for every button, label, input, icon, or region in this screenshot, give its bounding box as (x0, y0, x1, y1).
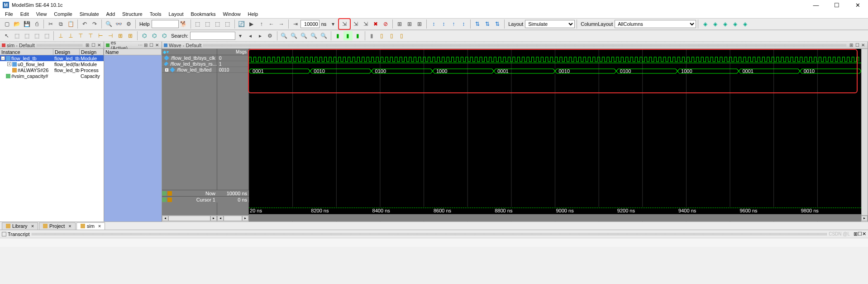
menu-structure[interactable]: Structure (119, 10, 146, 18)
cursor-d-icon[interactable]: ↕ (459, 19, 468, 29)
wave-panel-header[interactable]: Wave - Default ⊞ ☐ ✕ (162, 42, 868, 49)
branch-a-icon[interactable]: ⌬ (140, 31, 149, 40)
sig-scroll-track[interactable] (168, 216, 210, 221)
panel-close-icon[interactable]: ✕ (154, 43, 160, 48)
col-design-unit[interactable]: Design unit (53, 49, 80, 55)
run-icon[interactable]: ▶ (247, 19, 256, 29)
tab-sim[interactable]: sim× (76, 222, 105, 230)
save-icon[interactable]: 💾 (22, 19, 31, 29)
tool-a-icon[interactable]: ⬚ (193, 19, 202, 29)
copy-icon[interactable]: ⧉ (56, 19, 65, 29)
link-d-icon[interactable]: ◈ (730, 19, 739, 29)
tool-b-icon[interactable]: ⬚ (203, 19, 212, 29)
expand-icon[interactable]: - (1, 56, 5, 60)
select-b-icon[interactable]: ⬚ (22, 31, 31, 40)
search-opt-icon[interactable]: ⚙ (266, 31, 275, 40)
menu-help[interactable]: Help (245, 10, 262, 18)
stop-icon[interactable]: ⊘ (381, 19, 390, 29)
panel-max-icon[interactable]: ☐ (149, 43, 154, 48)
bar-c-icon[interactable]: ▮ (353, 31, 362, 40)
expand-g-icon[interactable]: ⊞ (116, 31, 125, 40)
expand-c-icon[interactable]: ⊤ (76, 31, 85, 40)
maximize-button[interactable]: ☐ (826, 0, 847, 10)
zoom-in-icon[interactable]: 🔍 (280, 31, 289, 40)
binoculars-icon[interactable]: 👓 (114, 19, 123, 29)
restart-icon[interactable]: 🔄 (237, 19, 246, 29)
tab-project[interactable]: Project× (39, 222, 76, 230)
help-go-icon[interactable]: 🐕 (179, 19, 188, 29)
bar-a-icon[interactable]: ▮ (334, 31, 343, 40)
undo-icon[interactable]: ↶ (80, 19, 89, 29)
search-prev-icon[interactable]: ◂ (246, 31, 255, 40)
link-a-icon[interactable]: ◈ (701, 19, 710, 29)
expand-b-icon[interactable]: ⊥ (66, 31, 75, 40)
val-scroll-track[interactable] (224, 216, 242, 221)
panel-tool-icon[interactable]: ⊞ (143, 43, 148, 48)
tab-close-icon[interactable]: × (98, 223, 101, 229)
expand-f-icon[interactable]: ⊣ (106, 31, 115, 40)
menu-window[interactable]: Window (219, 10, 243, 18)
cursor-e-icon[interactable]: ⇅ (473, 19, 482, 29)
zoom-fit-icon[interactable]: 🔍 (310, 31, 319, 40)
nav-right-icon[interactable]: → (277, 19, 286, 29)
menu-add[interactable]: Add (103, 10, 119, 18)
run-length-input[interactable] (300, 20, 320, 28)
select-d-icon[interactable]: ⬚ (42, 31, 51, 40)
zoom-out-icon[interactable]: 🔍 (290, 31, 299, 40)
tree-row[interactable]: +u0_flow_ledflow_led(fast)Module (0, 61, 104, 67)
panel-close-icon[interactable]: ✕ (860, 43, 866, 48)
expand-d-icon[interactable]: ⊤ (86, 31, 95, 40)
expand-icon[interactable]: + (165, 68, 169, 72)
scroll-left-icon[interactable]: ◂ (217, 216, 224, 221)
settings-icon[interactable]: ⚙ (124, 19, 133, 29)
help-input[interactable] (152, 20, 179, 28)
continue-icon[interactable]: ⇲ (361, 19, 370, 29)
signal-row[interactable]: /flow_led_tb/sys_clk (162, 55, 217, 61)
column-layout-select[interactable]: AllColumns (615, 20, 696, 28)
bar-g-icon[interactable]: ▯ (397, 31, 406, 40)
tab-library[interactable]: Library× (2, 222, 38, 230)
zoom-full-icon[interactable]: 🔍 (300, 31, 309, 40)
menu-file[interactable]: File (2, 10, 16, 18)
search-next-icon[interactable]: ▸ (256, 31, 265, 40)
scroll-right-icon[interactable]: ▸ (242, 216, 248, 221)
menu-layout[interactable]: Layout (165, 10, 186, 18)
sim-tree[interactable]: -flow_led_tbflow_led_tb...Module+u0_flow… (0, 55, 104, 221)
now-icon-b[interactable] (167, 191, 172, 196)
select-c-icon[interactable]: ⬚ (32, 31, 41, 40)
now-icon-a[interactable] (162, 191, 167, 196)
panel-max-icon[interactable]: ☐ (858, 231, 862, 237)
search-input[interactable] (190, 32, 235, 40)
menu-simulate[interactable]: Simulate (76, 10, 102, 18)
branch-c-icon[interactable]: ⌬ (160, 31, 169, 40)
col-type[interactable]: Design unit (80, 49, 104, 55)
break-icon[interactable]: ✖ (371, 19, 380, 29)
wave-vscroll[interactable] (861, 49, 868, 215)
expand-h-icon[interactable]: ⊞ (126, 31, 135, 40)
panel-tool-icon[interactable]: ⊞ (85, 43, 90, 48)
tab-close-icon[interactable]: × (31, 223, 34, 229)
menu-tools[interactable]: Tools (147, 10, 165, 18)
minimize-button[interactable]: — (806, 0, 826, 10)
panel-tool-icon[interactable]: ⊞ (854, 231, 858, 237)
new-icon[interactable]: ▢ (2, 19, 11, 29)
panel-tool-icon[interactable]: ⊞ (849, 43, 854, 48)
tree-row[interactable]: #ALWAYS#26flow_led_tb...Process (0, 67, 104, 73)
col-name[interactable]: Name (104, 49, 162, 55)
cursor-g-icon[interactable]: ⇅ (493, 19, 502, 29)
step-icon[interactable]: ⇥ (291, 19, 300, 29)
branch-b-icon[interactable]: ⌬ (150, 31, 159, 40)
panel-dots-icon[interactable]: ⋯ (138, 43, 143, 48)
panel-max-icon[interactable]: ☐ (91, 43, 96, 48)
window-a-icon[interactable]: ⊞ (395, 19, 404, 29)
bar-e-icon[interactable]: ▯ (377, 31, 386, 40)
zoom-cursor-icon[interactable]: 🔍 (320, 31, 329, 40)
expand-icon[interactable]: + (7, 62, 11, 66)
link-b-icon[interactable]: ◈ (711, 19, 720, 29)
scroll-right-icon[interactable]: ▸ (861, 216, 868, 221)
sim-panel-header[interactable]: sim - Default ⊞ ☐ ✕ (0, 42, 104, 49)
bar-d-icon[interactable]: ▮ (367, 31, 377, 40)
menu-edit[interactable]: Edit (17, 10, 32, 18)
cursor-b-icon[interactable]: ↕ (439, 19, 448, 29)
run-all-icon[interactable]: ⇲ (351, 19, 360, 29)
